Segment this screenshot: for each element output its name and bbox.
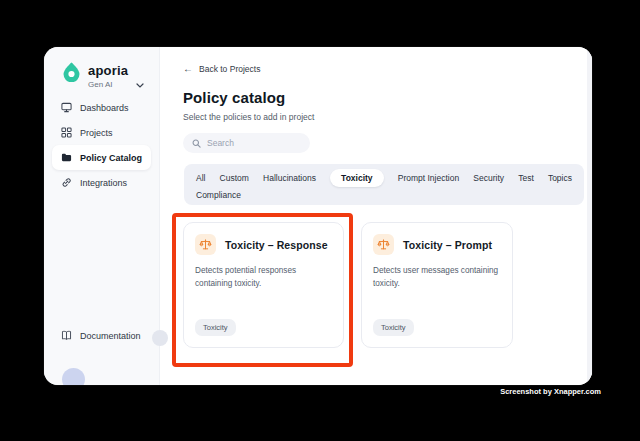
sidebar-item-label: Documentation bbox=[80, 331, 141, 341]
sidebar-item-policy-catalog[interactable]: Policy Catalog bbox=[52, 145, 151, 170]
policy-card-toxicity-response[interactable]: Toxicity – Response Detects potential re… bbox=[183, 222, 344, 348]
card-tag-badge: Toxicity bbox=[195, 319, 236, 336]
sidebar: aporia Gen AI Dashboards bbox=[44, 47, 160, 385]
sidebar-item-integrations[interactable]: Integrations bbox=[52, 170, 151, 195]
tab-custom[interactable]: Custom bbox=[220, 173, 249, 183]
scales-icon bbox=[195, 234, 216, 255]
folder-icon bbox=[61, 152, 72, 163]
chat-widget-bump[interactable] bbox=[152, 330, 168, 346]
aporia-logo-icon bbox=[61, 61, 82, 82]
back-to-projects-link[interactable]: ← Back to Projects bbox=[183, 64, 260, 74]
workspace-selector[interactable]: Gen AI bbox=[88, 79, 144, 89]
search-box bbox=[183, 133, 310, 153]
tab-prompt-injection[interactable]: Prompt Injection bbox=[398, 173, 459, 183]
sidebar-menu: Dashboards Projects Policy Catalog bbox=[44, 95, 159, 195]
link-icon bbox=[61, 177, 72, 188]
filter-tabs-row-1: All Custom Hallucinations Toxicity Promp… bbox=[196, 169, 572, 186]
page-subtitle: Select the policies to add in project bbox=[183, 112, 314, 122]
tab-compliance[interactable]: Compliance bbox=[196, 190, 241, 200]
dashboard-icon bbox=[61, 102, 72, 113]
tab-toxicity[interactable]: Toxicity bbox=[330, 169, 384, 187]
sidebar-item-label: Policy Catalog bbox=[80, 153, 142, 163]
app-window: aporia Gen AI Dashboards bbox=[44, 47, 592, 385]
sidebar-item-dashboards[interactable]: Dashboards bbox=[52, 95, 151, 120]
card-header: Toxicity – Prompt bbox=[373, 234, 501, 255]
sidebar-item-projects[interactable]: Projects bbox=[52, 120, 151, 145]
sidebar-item-documentation[interactable]: Documentation bbox=[61, 330, 141, 341]
filter-tabs: All Custom Hallucinations Toxicity Promp… bbox=[184, 164, 584, 205]
card-description: Detects user messages containing toxicit… bbox=[373, 265, 501, 290]
projects-grid-icon bbox=[61, 127, 72, 138]
card-title: Toxicity – Response bbox=[225, 239, 328, 251]
search-input[interactable] bbox=[207, 138, 297, 148]
card-header: Toxicity – Response bbox=[195, 234, 332, 255]
card-title: Toxicity – Prompt bbox=[403, 239, 492, 251]
policy-card-toxicity-prompt[interactable]: Toxicity – Prompt Detects user messages … bbox=[361, 222, 513, 348]
card-tag-badge: Toxicity bbox=[373, 319, 414, 336]
book-icon bbox=[61, 330, 72, 341]
sidebar-item-label: Integrations bbox=[80, 178, 127, 188]
scales-icon bbox=[373, 234, 394, 255]
tab-all[interactable]: All bbox=[196, 173, 205, 183]
chevron-down-icon bbox=[136, 83, 144, 88]
tab-test[interactable]: Test bbox=[518, 173, 534, 183]
screenshot-frame: aporia Gen AI Dashboards bbox=[0, 0, 640, 441]
workspace-label: Gen AI bbox=[88, 80, 112, 89]
brand-name: aporia bbox=[88, 63, 128, 78]
card-description: Detects potential responses containing t… bbox=[195, 265, 332, 290]
tab-security[interactable]: Security bbox=[473, 173, 504, 183]
logo-block: aporia Gen AI bbox=[61, 61, 144, 89]
sidebar-item-label: Projects bbox=[80, 128, 113, 138]
page-title: Policy catalog bbox=[183, 89, 285, 106]
filter-tabs-row-2: Compliance bbox=[196, 187, 572, 203]
tab-topics[interactable]: Topics bbox=[548, 173, 572, 183]
watermark-label: Screenshot by Xnapper.com bbox=[500, 387, 601, 396]
back-link-label: Back to Projects bbox=[199, 64, 260, 74]
sidebar-item-label: Dashboards bbox=[80, 103, 129, 113]
vertical-scrollbar[interactable] bbox=[587, 47, 592, 385]
main-content: ← Back to Projects Policy catalog Select… bbox=[160, 47, 592, 385]
arrow-left-icon: ← bbox=[183, 64, 193, 74]
tab-hallucinations[interactable]: Hallucinations bbox=[263, 173, 316, 183]
search-icon bbox=[192, 139, 201, 148]
user-avatar[interactable] bbox=[62, 368, 85, 385]
